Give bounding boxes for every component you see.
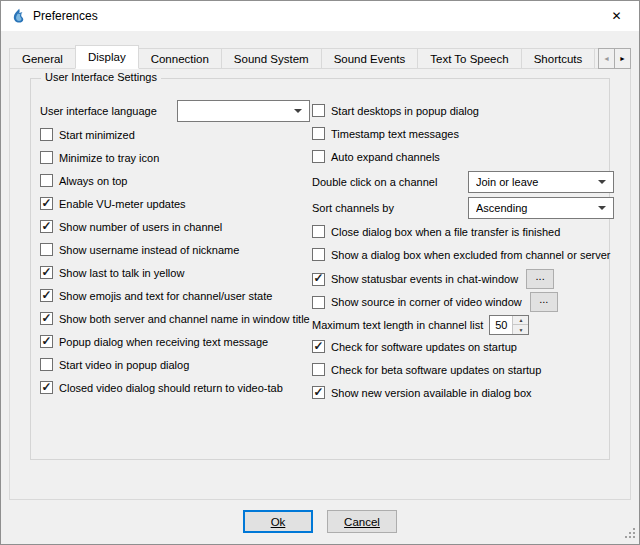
setting-row: Check for software updates on startup [312, 338, 614, 355]
statusbar-events-more-button[interactable]: ... [526, 269, 554, 289]
checkbox-label: Show last to talk in yellow [59, 267, 184, 279]
setting-row: Show a dialog box when excluded from cha… [312, 246, 614, 263]
tab-label: Sound System [234, 53, 309, 65]
tab-label: Text To Speech [430, 53, 508, 65]
setting-row: Enable VU-meter updates [40, 195, 310, 212]
display-tab-pane: User Interface Settings User interface l… [9, 68, 631, 500]
setting-row: Start video in popup dialog [40, 356, 310, 373]
checkbox[interactable] [40, 243, 53, 256]
sort-channels-select[interactable]: Ascending [468, 197, 614, 219]
checkbox[interactable] [312, 150, 325, 163]
cancel-button[interactable]: Cancel [327, 510, 397, 533]
setting-row: Start minimized [40, 126, 310, 143]
checkbox[interactable] [312, 363, 325, 376]
checkbox-label: Start desktops in popup dialog [331, 105, 479, 117]
ok-button[interactable]: Ok [243, 510, 313, 533]
checkbox[interactable] [40, 197, 53, 210]
chevron-down-icon [294, 109, 302, 113]
checkbox-label: Timestamp text messages [331, 128, 459, 140]
tab-display[interactable]: Display [75, 45, 139, 69]
checkbox[interactable] [312, 386, 325, 399]
checkbox-label: Show a dialog box when excluded from cha… [331, 249, 610, 261]
double-click-row: Double click on a channel Join or leave [312, 171, 614, 193]
tab-scroll-left-button[interactable]: ◄ [598, 48, 615, 69]
checkbox-label: Start minimized [59, 129, 135, 141]
checkbox-label: Check for beta software updates on start… [331, 364, 541, 376]
left-column: User interface language Start minimized … [40, 100, 310, 402]
tab-scroll-right-button[interactable]: ► [614, 48, 631, 69]
checkbox-label: Start video in popup dialog [59, 359, 189, 371]
checkbox-label: Show both server and channel name in win… [59, 313, 310, 325]
tab-shortcuts[interactable]: Shortcuts [521, 48, 596, 69]
max-text-length-label: Maximum text length in channel list [312, 319, 483, 331]
chevron-down-icon [598, 180, 606, 184]
sort-channels-row: Sort channels by Ascending [312, 197, 614, 219]
setting-row: Closed video dialog should return to vid… [40, 379, 310, 396]
tab-sound-events[interactable]: Sound Events [321, 48, 419, 69]
setting-row: Show last to talk in yellow [40, 264, 310, 281]
tab-scroll-control: ◄ ► [599, 48, 631, 69]
language-select[interactable] [177, 100, 310, 122]
checkbox[interactable] [312, 248, 325, 261]
max-text-length-spinner[interactable]: 50 ▲ ▼ [489, 315, 529, 335]
tab-label: Shortcuts [534, 53, 583, 65]
tab-sound-system[interactable]: Sound System [221, 48, 322, 69]
checkbox[interactable] [40, 174, 53, 187]
tab-text-to-speech[interactable]: Text To Speech [417, 48, 521, 69]
checkbox[interactable] [312, 127, 325, 140]
checkbox[interactable] [40, 335, 53, 348]
setting-row: Auto expand channels [312, 148, 614, 165]
spinner-up-icon[interactable]: ▲ [513, 316, 528, 325]
spinner-down-icon[interactable]: ▼ [513, 325, 528, 334]
sort-channels-value: Ascending [476, 202, 590, 214]
ellipsis-icon: ... [539, 294, 548, 305]
ellipsis-icon: ... [536, 271, 545, 282]
checkbox-label: Always on top [59, 175, 127, 187]
setting-row: Show both server and channel name in win… [40, 310, 310, 327]
checkbox[interactable] [40, 266, 53, 279]
right-column: Start desktops in popup dialog Timestamp… [312, 102, 614, 407]
footer: Ok Cancel [1, 510, 639, 533]
tab-connection[interactable]: Connection [138, 48, 222, 69]
checkbox[interactable] [40, 289, 53, 302]
checkbox[interactable] [312, 104, 325, 117]
spinner-buttons: ▲ ▼ [512, 316, 528, 334]
setting-row: Always on top [40, 172, 310, 189]
checkbox[interactable] [40, 358, 53, 371]
checkbox-label: Check for software updates on startup [331, 341, 517, 353]
sort-channels-label: Sort channels by [312, 202, 394, 214]
double-click-select[interactable]: Join or leave [468, 171, 614, 193]
preferences-window: Preferences ✕ General Display Connection… [0, 0, 640, 545]
setting-row: Check for beta software updates on start… [312, 361, 614, 378]
checkbox[interactable] [40, 312, 53, 325]
checkbox[interactable] [312, 225, 325, 238]
statusbar-events-row: Show statusbar events in chat-window ... [312, 269, 614, 289]
double-click-value: Join or leave [476, 176, 590, 188]
checkbox-label: Enable VU-meter updates [59, 198, 186, 210]
checkbox-label: Show number of users in channel [59, 221, 222, 233]
close-button[interactable]: ✕ [594, 1, 639, 31]
tab-general[interactable]: General [9, 48, 76, 69]
tabbar: General Display Connection Sound System … [9, 45, 631, 69]
checkbox-label: Show username instead of nickname [59, 244, 239, 256]
checkbox[interactable] [40, 220, 53, 233]
tab-label: Display [88, 51, 126, 63]
chevron-down-icon [598, 206, 606, 210]
setting-row: Show number of users in channel [40, 218, 310, 235]
checkbox-label: Popup dialog when receiving text message [59, 336, 268, 348]
checkbox-label: Auto expand channels [331, 151, 440, 163]
max-text-length-value: 50 [490, 316, 512, 334]
app-icon [10, 8, 26, 24]
resize-grip-icon[interactable] [624, 527, 636, 541]
video-source-more-button[interactable]: ... [530, 292, 558, 312]
checkbox[interactable] [40, 151, 53, 164]
checkbox-label: Show source in corner of video window [331, 296, 522, 308]
window-title: Preferences [33, 9, 98, 23]
checkbox[interactable] [312, 273, 325, 286]
checkbox[interactable] [312, 296, 325, 309]
checkbox-label: Close dialog box when a file transfer is… [331, 226, 560, 238]
setting-row: Show new version available in dialog box [312, 384, 614, 401]
checkbox[interactable] [40, 381, 53, 394]
checkbox[interactable] [312, 340, 325, 353]
checkbox[interactable] [40, 128, 53, 141]
